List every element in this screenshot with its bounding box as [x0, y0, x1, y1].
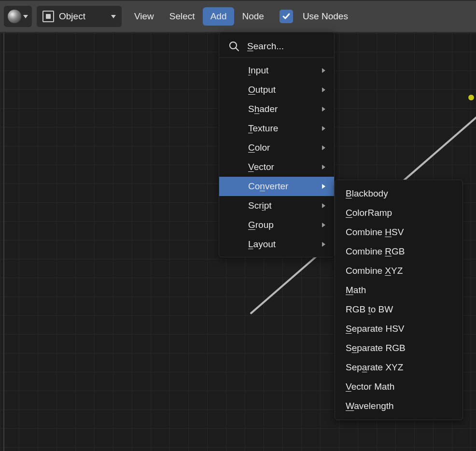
submenu-item[interactable]: Math — [335, 281, 462, 300]
add-menu-item-shader[interactable]: Shader — [219, 99, 334, 119]
node-socket[interactable] — [468, 94, 475, 101]
menu-item-label: Group — [248, 220, 274, 230]
add-menu-item-color[interactable]: Color — [219, 138, 334, 157]
chevron-right-icon — [322, 223, 325, 227]
submenu-item-label: Wavelength — [346, 401, 394, 411]
menu-node[interactable]: Node — [234, 7, 271, 26]
chevron-right-icon — [322, 126, 325, 131]
checkmark-icon — [282, 12, 291, 21]
menu-item-label: Shader — [248, 104, 278, 114]
use-nodes-label: Use Nodes — [303, 11, 348, 22]
submenu-item[interactable]: Blackbody — [335, 184, 462, 203]
shader-editor-icon — [8, 10, 21, 23]
submenu-item-label: Separate XYZ — [346, 362, 403, 372]
chevron-right-icon — [322, 165, 325, 169]
submenu-item[interactable]: Separate RGB — [335, 338, 462, 358]
add-menu-item-texture[interactable]: Texture — [219, 119, 334, 138]
chevron-right-icon — [322, 68, 325, 73]
menu-item-label: Color — [248, 142, 270, 153]
menu-item-label: Script — [248, 200, 272, 211]
submenu-item-label: Combine RGB — [346, 246, 405, 256]
submenu-item-label: RGB to BW — [346, 304, 393, 314]
submenu-item[interactable]: Vector Math — [335, 377, 462, 396]
chevron-right-icon — [322, 145, 325, 150]
chevron-right-icon — [322, 87, 325, 92]
menu-item-label: Output — [248, 85, 276, 95]
menu-item-label: Input — [248, 65, 268, 76]
submenu-item-label: Blackbody — [346, 188, 388, 198]
submenu-item[interactable]: Separate HSV — [335, 319, 462, 338]
chevron-right-icon — [322, 242, 325, 247]
submenu-item-label: Math — [346, 285, 366, 295]
header-bar: Object View Select Add Node Use Nodes — [0, 0, 476, 33]
submenu-item[interactable]: ColorRamp — [335, 203, 462, 223]
menu-item-label: Vector — [248, 162, 274, 172]
submenu-item[interactable]: Separate XYZ — [335, 358, 462, 377]
menu-item-label: Texture — [248, 123, 278, 134]
editor-border — [3, 33, 4, 451]
header-menu: View Select Add Node — [126, 7, 272, 26]
submenu-item[interactable]: Combine XYZ — [335, 261, 462, 281]
converter-submenu: BlackbodyColorRampCombine HSVCombine RGB… — [335, 180, 463, 420]
add-menu-item-input[interactable]: Input — [219, 61, 334, 80]
menu-add[interactable]: Add — [203, 7, 235, 26]
submenu-item-label: Vector Math — [346, 381, 394, 392]
add-menu-item-layout[interactable]: Layout — [219, 235, 334, 254]
search-placeholder: Search... — [247, 41, 284, 52]
submenu-item-label: ColorRamp — [346, 208, 392, 218]
submenu-item-label: Combine XYZ — [346, 266, 403, 276]
submenu-item[interactable]: Combine RGB — [335, 242, 462, 261]
chevron-down-icon — [23, 15, 28, 18]
mode-selector[interactable]: Object — [37, 6, 122, 27]
menu-item-label: Converter — [248, 181, 288, 192]
submenu-item-label: Separate HSV — [346, 324, 404, 334]
svg-line-1 — [236, 48, 238, 51]
add-menu-item-converter[interactable]: Converter — [219, 177, 334, 196]
submenu-item-label: Separate RGB — [346, 343, 406, 353]
add-menu-dropdown: Search... InputOutputShaderTextureColorV… — [219, 32, 335, 257]
submenu-item[interactable]: RGB to BW — [335, 300, 462, 319]
mode-label: Object — [59, 11, 85, 22]
use-nodes-checkbox[interactable] — [280, 10, 293, 23]
menu-view[interactable]: View — [126, 7, 162, 26]
add-menu-item-vector[interactable]: Vector — [219, 157, 334, 177]
submenu-item[interactable]: Wavelength — [335, 396, 462, 416]
chevron-right-icon — [322, 107, 325, 112]
add-menu-item-script[interactable]: Script — [219, 196, 334, 215]
submenu-item-label: Combine HSV — [346, 227, 404, 237]
chevron-right-icon — [322, 184, 325, 189]
menu-select[interactable]: Select — [162, 7, 203, 26]
object-mode-icon — [42, 11, 54, 22]
chevron-down-icon — [111, 15, 116, 18]
chevron-right-icon — [322, 203, 325, 208]
submenu-item[interactable]: Combine HSV — [335, 223, 462, 242]
search-icon — [228, 40, 240, 53]
add-menu-item-group[interactable]: Group — [219, 215, 334, 235]
menu-item-label: Layout — [248, 239, 276, 250]
add-menu-item-output[interactable]: Output — [219, 80, 334, 99]
menu-search[interactable]: Search... — [219, 35, 334, 58]
editor-type-selector[interactable] — [4, 6, 32, 27]
